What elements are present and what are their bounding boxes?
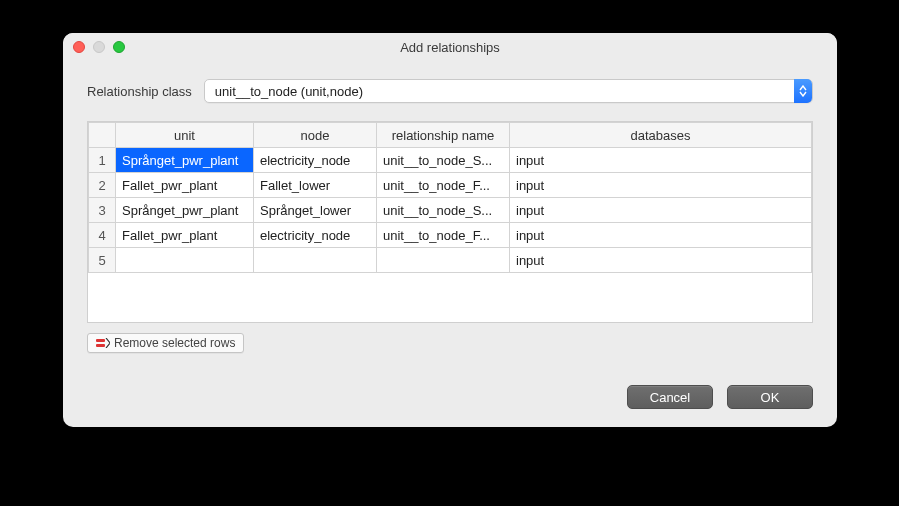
col-header-rownum [89,123,116,148]
cell-relationship[interactable]: unit__to_node_S... [377,198,510,223]
cell-databases[interactable]: input [510,248,812,273]
svg-rect-0 [96,339,105,342]
table-row[interactable]: 2Fallet_pwr_plantFallet_lowerunit__to_no… [89,173,812,198]
cell-databases[interactable]: input [510,148,812,173]
cell-node[interactable]: electricity_node [254,148,377,173]
relationship-class-label: Relationship class [87,84,192,99]
relationships-table[interactable]: unit node relationship name databases 1S… [87,121,813,323]
col-header-unit[interactable]: unit [116,123,254,148]
relationship-class-select[interactable]: unit__to_node (unit,node) [204,79,813,103]
cell-unit[interactable] [116,248,254,273]
cell-unit[interactable]: Fallet_pwr_plant [116,223,254,248]
table-row[interactable]: 1Språnget_pwr_plantelectricity_nodeunit_… [89,148,812,173]
remove-rows-icon [96,338,110,348]
dialog-add-relationships: Add relationships Relationship class uni… [63,33,837,427]
row-number[interactable]: 4 [89,223,116,248]
cell-node[interactable]: Fallet_lower [254,173,377,198]
dialog-footer: Cancel OK [63,369,837,427]
remove-selected-rows-label: Remove selected rows [114,336,235,350]
cell-databases[interactable]: input [510,223,812,248]
cell-node[interactable]: electricity_node [254,223,377,248]
cell-unit[interactable]: Fallet_pwr_plant [116,173,254,198]
table-row[interactable]: 4Fallet_pwr_plantelectricity_nodeunit__t… [89,223,812,248]
table-row[interactable]: 5input [89,248,812,273]
cell-relationship[interactable] [377,248,510,273]
table-row[interactable]: 3Språnget_pwr_plantSprånget_lowerunit__t… [89,198,812,223]
cell-unit[interactable]: Språnget_pwr_plant [116,148,254,173]
col-header-node[interactable]: node [254,123,377,148]
cell-node[interactable]: Språnget_lower [254,198,377,223]
relationship-class-value: unit__to_node (unit,node) [215,84,363,99]
row-number[interactable]: 5 [89,248,116,273]
remove-selected-rows-button[interactable]: Remove selected rows [87,333,244,353]
cell-unit[interactable]: Språnget_pwr_plant [116,198,254,223]
row-number[interactable]: 3 [89,198,116,223]
row-number[interactable]: 1 [89,148,116,173]
cell-relationship[interactable]: unit__to_node_S... [377,148,510,173]
dialog-content: Relationship class unit__to_node (unit,n… [63,61,837,369]
window-title: Add relationships [63,33,837,61]
cell-relationship[interactable]: unit__to_node_F... [377,173,510,198]
cancel-button[interactable]: Cancel [627,385,713,409]
svg-rect-1 [96,344,105,347]
cell-node[interactable] [254,248,377,273]
col-header-databases[interactable]: databases [510,123,812,148]
cell-databases[interactable]: input [510,198,812,223]
cell-relationship[interactable]: unit__to_node_F... [377,223,510,248]
titlebar: Add relationships [63,33,837,61]
col-header-relationship[interactable]: relationship name [377,123,510,148]
row-number[interactable]: 2 [89,173,116,198]
cell-databases[interactable]: input [510,173,812,198]
chevron-updown-icon [794,79,812,103]
relationship-class-row: Relationship class unit__to_node (unit,n… [87,79,813,103]
ok-button[interactable]: OK [727,385,813,409]
